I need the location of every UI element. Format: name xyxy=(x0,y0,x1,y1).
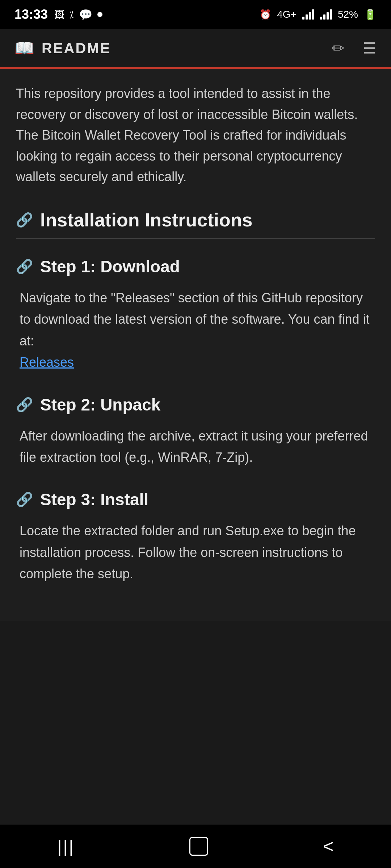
battery-icon: 🔋 xyxy=(364,9,377,21)
step2-content: After downloading the archive, extract i… xyxy=(16,425,375,468)
step1-heading-row: 🔗 Step 1: Download xyxy=(16,257,375,276)
network-type: 4G+ xyxy=(277,9,297,20)
nav-bar: ||| < xyxy=(0,825,391,868)
heading-divider xyxy=(16,238,375,239)
messenger-icon: 💬 xyxy=(79,8,92,21)
app-bar-left: 📖 README xyxy=(14,39,111,58)
status-time: 13:33 xyxy=(14,7,48,22)
step1-heading: Step 1: Download xyxy=(40,257,180,276)
step3-heading: Step 3: Install xyxy=(40,490,148,509)
installation-heading: Installation Instructions xyxy=(40,209,253,231)
back-icon: < xyxy=(323,836,333,857)
home-icon xyxy=(189,837,208,856)
anchor-icon-step3: 🔗 xyxy=(16,492,33,507)
status-icon-slash: ⁒ xyxy=(70,9,74,20)
app-bar: 📖 README ✏ ☰ xyxy=(0,29,391,69)
edit-icon[interactable]: ✏ xyxy=(332,39,345,57)
signal-bars-1 xyxy=(302,9,314,20)
back-button[interactable]: < xyxy=(323,836,333,857)
notification-dot xyxy=(97,12,102,17)
photo-icon: 🖼 xyxy=(54,9,64,21)
installation-heading-row: 🔗 Installation Instructions xyxy=(16,209,375,231)
alarm-icon: ⏰ xyxy=(260,9,271,20)
step2-heading-row: 🔗 Step 2: Unpack xyxy=(16,395,375,414)
step1-body: Navigate to the "Releases" section of th… xyxy=(20,290,370,348)
status-right: ⏰ 4G+ 52% 🔋 xyxy=(260,9,377,21)
recent-apps-icon: ||| xyxy=(57,837,75,856)
status-bar: 13:33 🖼 ⁒ 💬 ⏰ 4G+ 52% 🔋 xyxy=(0,0,391,29)
releases-link[interactable]: Releases xyxy=(20,355,74,370)
menu-icon[interactable]: ☰ xyxy=(363,39,377,57)
anchor-icon-step1: 🔗 xyxy=(16,259,33,275)
recent-apps-button[interactable]: ||| xyxy=(57,837,75,856)
readme-content: This repository provides a tool intended… xyxy=(0,69,391,621)
step1-content: Navigate to the "Releases" section of th… xyxy=(16,287,375,373)
home-button[interactable] xyxy=(189,837,208,856)
app-bar-title: README xyxy=(42,40,111,56)
step3-heading-row: 🔗 Step 3: Install xyxy=(16,490,375,509)
step2-body: After downloading the archive, extract i… xyxy=(20,429,368,465)
intro-paragraph: This repository provides a tool intended… xyxy=(16,83,375,187)
status-icons-left: 🖼 ⁒ 💬 xyxy=(54,8,102,21)
battery-percent: 52% xyxy=(338,9,358,20)
signal-bars-2 xyxy=(320,9,332,20)
anchor-icon-h2: 🔗 xyxy=(16,212,33,228)
step2-heading: Step 2: Unpack xyxy=(40,395,160,414)
anchor-icon-step2: 🔗 xyxy=(16,397,33,413)
step3-content: Locate the extracted folder and run Setu… xyxy=(16,520,375,584)
status-left: 13:33 🖼 ⁒ 💬 xyxy=(14,7,102,22)
step3-body: Locate the extracted folder and run Setu… xyxy=(20,523,356,581)
app-bar-right: ✏ ☰ xyxy=(332,39,377,57)
book-icon: 📖 xyxy=(14,39,34,58)
